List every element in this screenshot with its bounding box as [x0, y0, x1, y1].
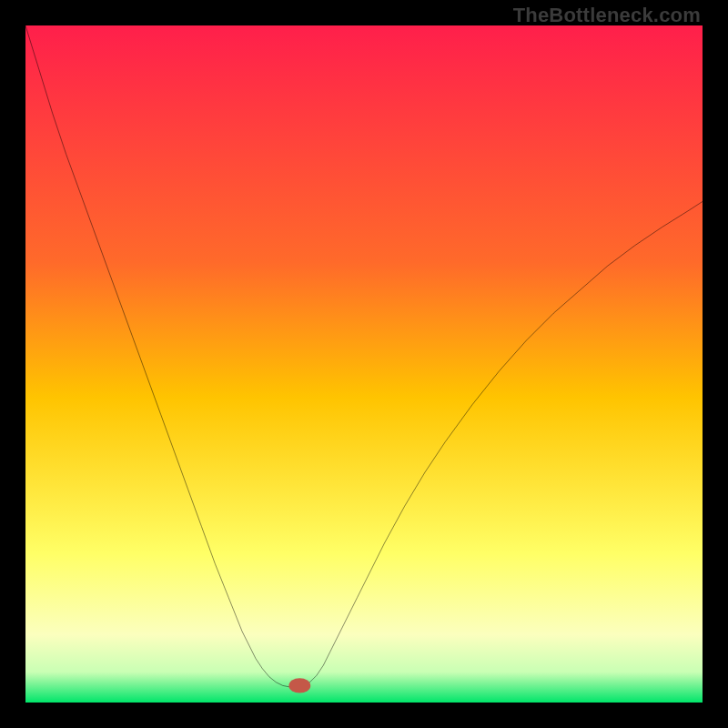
minimum-marker: [288, 678, 310, 693]
plot-background: [25, 25, 703, 703]
watermark-text: TheBottleneck.com: [513, 4, 701, 27]
bottleneck-plot: [25, 25, 703, 703]
chart-frame: TheBottleneck.com: [0, 0, 728, 728]
